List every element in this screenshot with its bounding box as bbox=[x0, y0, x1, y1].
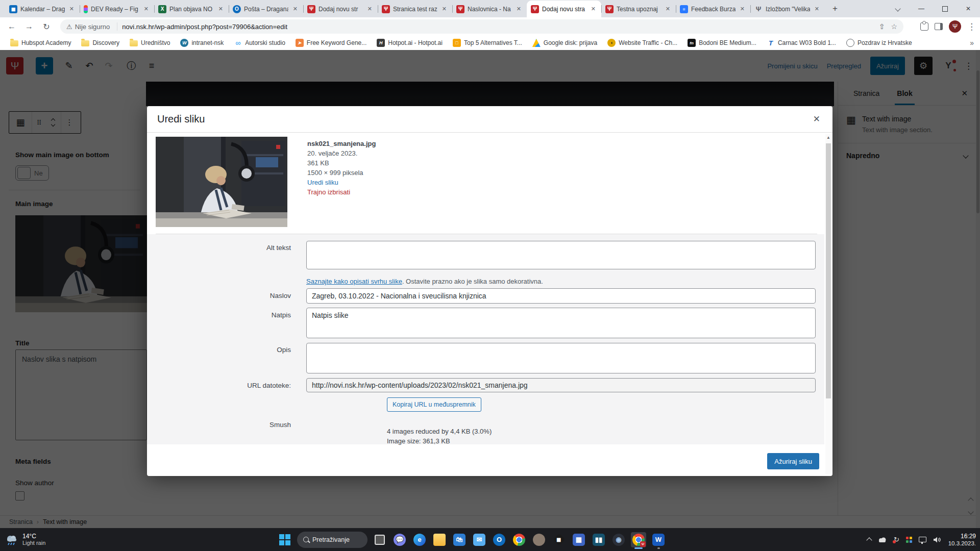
bookmark-item[interactable]: HHotpot.ai - Hotpot.ai bbox=[373, 37, 447, 48]
outlook-icon[interactable]: O bbox=[492, 532, 507, 547]
tab-wordpress-4[interactable]: Ψ Testna upoznaj ✕ bbox=[601, 1, 676, 17]
onedrive-icon[interactable] bbox=[878, 537, 887, 543]
tab-close-icon[interactable]: ✕ bbox=[664, 5, 672, 13]
alt-text-input[interactable] bbox=[306, 241, 816, 269]
browser-menu-icon[interactable]: ⋮ bbox=[967, 21, 976, 32]
tab-close-icon[interactable]: ✕ bbox=[590, 5, 597, 13]
scroll-up-icon[interactable]: ▲ bbox=[825, 134, 831, 140]
bookmark-item[interactable]: TCarnac W03 Bold 1... bbox=[763, 37, 840, 48]
weather-widget[interactable]: 14°C Light rain bbox=[5, 533, 45, 546]
bookmark-item[interactable]: ◖Website Traffic - Ch... bbox=[603, 37, 681, 48]
app-status-icon[interactable] bbox=[906, 537, 912, 543]
chrome-icon[interactable] bbox=[511, 532, 527, 547]
maximize-button[interactable] bbox=[933, 0, 957, 17]
bookmark-item[interactable]: □Top 5 Alternatives T... bbox=[449, 37, 526, 48]
bookmarks-bar: Hubspot Academy Discovery Uredništvo Win… bbox=[0, 36, 980, 50]
natpis-input[interactable] bbox=[306, 308, 816, 338]
tab-outlook[interactable]: O Pošta – Dragana ✕ bbox=[229, 1, 303, 17]
delete-permanently-link[interactable]: Trajno izbrisati bbox=[307, 187, 376, 197]
naslov-input[interactable] bbox=[306, 288, 816, 304]
tab-label: Dodaj novu stra bbox=[542, 6, 586, 13]
minimize-button[interactable]: — bbox=[910, 0, 933, 17]
scrollbar-thumb[interactable] bbox=[826, 143, 831, 398]
tab-wordpress-1[interactable]: Ψ Dodaj novu str ✕ bbox=[303, 1, 378, 17]
tab-close-icon[interactable]: ✕ bbox=[515, 5, 523, 13]
tab-wordpress-3[interactable]: Ψ Naslovnica - Na ✕ bbox=[452, 1, 527, 17]
speaker-icon[interactable] bbox=[933, 536, 941, 543]
tab-close-icon[interactable]: ✕ bbox=[813, 5, 821, 13]
tab-close-icon[interactable]: ✕ bbox=[142, 5, 150, 13]
bookmark-item[interactable]: fnBodoni BE Medium... bbox=[683, 37, 761, 48]
tab-wordpress-2[interactable]: Ψ Stranica test raz ✕ bbox=[378, 1, 452, 17]
profile-avatar[interactable]: Ψ bbox=[949, 20, 961, 33]
compass-app-icon[interactable]: ◉ bbox=[611, 532, 626, 547]
teams-chat-icon[interactable]: 💬 bbox=[392, 532, 407, 547]
natpis-label: Natpis bbox=[147, 311, 291, 319]
forward-icon[interactable]: → bbox=[22, 20, 36, 33]
file-explorer-icon[interactable] bbox=[432, 532, 447, 547]
attachment-dimensions: 1500 × 999 piksela bbox=[307, 168, 376, 178]
bookmark-item[interactable]: Uredništvo bbox=[126, 38, 174, 48]
sync-icon[interactable]: ↻ bbox=[894, 536, 899, 543]
file-url-input[interactable] bbox=[306, 378, 816, 392]
new-tab-button[interactable]: + bbox=[828, 2, 842, 16]
modal-scrollbar[interactable]: ▲ bbox=[825, 134, 831, 474]
url-text: novi.nsk.hr/wp-admin/post.php?post=79906… bbox=[122, 23, 287, 31]
tab-close-icon[interactable]: ✕ bbox=[217, 5, 225, 13]
tab-excel[interactable]: X Plan objava NO ✕ bbox=[154, 1, 229, 17]
tab-close-icon[interactable]: ✕ bbox=[440, 5, 448, 13]
tab-close-icon[interactable]: ✕ bbox=[366, 5, 374, 13]
tab-close-icon[interactable]: ✕ bbox=[291, 5, 299, 13]
modal-close-icon[interactable]: ✕ bbox=[811, 112, 822, 127]
attachment-size: 361 KB bbox=[307, 158, 376, 168]
tab-close-icon[interactable]: ✕ bbox=[739, 5, 746, 13]
tray-chevron-icon[interactable] bbox=[866, 537, 872, 543]
chrome-active-icon[interactable]: Ψ bbox=[631, 532, 646, 547]
taskbar-clock[interactable]: 16:29 10.3.2023. bbox=[948, 533, 976, 547]
extensions-icon[interactable] bbox=[920, 22, 928, 31]
hotpot-icon: H bbox=[377, 39, 385, 47]
tab-search-icon[interactable] bbox=[886, 0, 910, 17]
start-button[interactable] bbox=[277, 532, 292, 547]
display-icon[interactable] bbox=[919, 537, 926, 542]
folder-icon bbox=[10, 40, 18, 46]
inkscape-icon[interactable]: ◆ bbox=[551, 532, 567, 547]
close-button[interactable]: ✕ bbox=[957, 0, 980, 17]
side-panel-icon[interactable] bbox=[935, 23, 943, 30]
bookmark-item[interactable]: ∞Autorski studio bbox=[230, 37, 289, 48]
mail-icon[interactable]: ✉ bbox=[472, 532, 487, 547]
share-icon[interactable]: ⇧ bbox=[879, 22, 885, 31]
alt-help-link[interactable]: Saznajte kako opisati svrhu slike bbox=[306, 278, 402, 285]
address-bar[interactable]: ⚠ Nije sigurno novi.nsk.hr/wp-admin/post… bbox=[60, 19, 903, 34]
bookmark-item[interactable]: Hubspot Academy bbox=[6, 38, 75, 48]
security-indicator[interactable]: ⚠ Nije sigurno bbox=[66, 22, 122, 31]
task-view-icon[interactable] bbox=[372, 532, 387, 547]
store-icon[interactable]: 🛍 bbox=[452, 532, 467, 547]
blue-bars-app-icon[interactable]: ▮▮ bbox=[591, 532, 606, 547]
edit-image-link[interactable]: Uredi sliku bbox=[307, 178, 376, 187]
reload-icon[interactable]: ↻ bbox=[40, 20, 53, 33]
tab-figma[interactable]: DEV Ready – Fig ✕ bbox=[80, 1, 154, 17]
opis-input[interactable] bbox=[306, 343, 816, 373]
edge-icon[interactable]: e bbox=[412, 532, 427, 547]
bookmark-item[interactable]: Google disk: prijava bbox=[528, 37, 601, 48]
bookmark-star-icon[interactable]: ☆ bbox=[891, 22, 897, 31]
tab-close-icon[interactable]: ✕ bbox=[68, 5, 76, 13]
google-drive-icon bbox=[532, 39, 541, 47]
copy-url-button[interactable]: Kopiraj URL u međuspremnik bbox=[387, 397, 481, 412]
bookmark-item[interactable]: ➤Free Keyword Gene... bbox=[291, 37, 371, 48]
search-box[interactable]: Pretraživanje bbox=[297, 532, 368, 548]
bookmark-item[interactable]: Discovery bbox=[77, 38, 124, 48]
word-icon[interactable]: W bbox=[651, 532, 666, 547]
photos-app-icon[interactable]: ▦ bbox=[571, 532, 586, 547]
tab-kalendar[interactable]: ▦ Kalendar – Drag ✕ bbox=[5, 1, 80, 17]
back-icon[interactable]: ← bbox=[5, 20, 18, 33]
gimp-icon[interactable] bbox=[531, 532, 547, 547]
tab-izlozba[interactable]: Ψ Izložbom "Velika ✕ bbox=[750, 1, 825, 17]
update-image-button[interactable]: Ažuriraj sliku bbox=[767, 453, 819, 469]
bookmark-item[interactable]: Pozdrav iz Hrvatske bbox=[842, 37, 916, 48]
bookmarks-overflow-icon[interactable]: » bbox=[970, 39, 974, 47]
tab-feedback[interactable]: ≡ Feedback Burza ✕ bbox=[676, 1, 750, 17]
tab-wordpress-active[interactable]: Ψ Dodaj novu stra ✕ bbox=[527, 1, 601, 17]
bookmark-item[interactable]: Wintranet-nsk bbox=[176, 37, 228, 48]
